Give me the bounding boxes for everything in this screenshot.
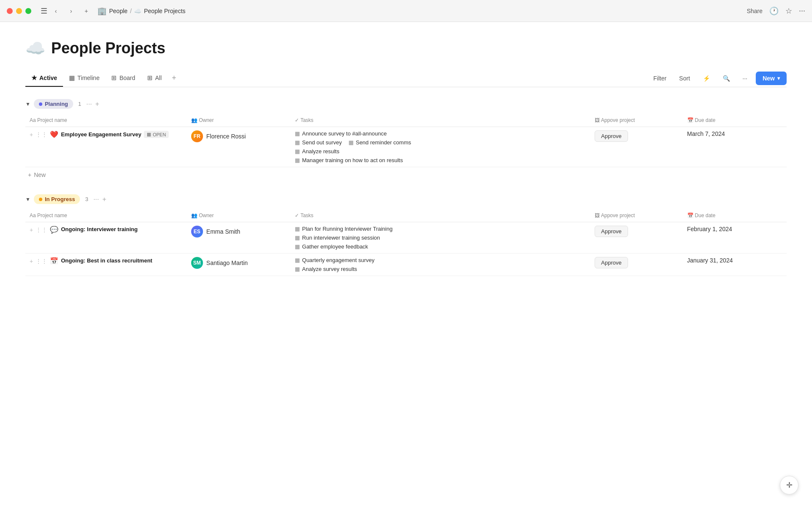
project-name-cell: + ⋮⋮ ❤️ Employee Engagement Survey ▦ OPE…: [25, 127, 187, 167]
inprogress-add-icon[interactable]: +: [102, 196, 106, 203]
task-icon: ▦: [295, 226, 300, 232]
add-button[interactable]: +: [80, 5, 92, 17]
col-header-project-name-2: Aa Project name: [25, 209, 187, 222]
titlebar: ☰ ‹ › + 🏢 People / ☁️ People Projects Sh…: [0, 0, 812, 22]
project-emoji: ❤️: [50, 130, 58, 138]
breadcrumb-separator: /: [130, 8, 132, 14]
inprogress-dot: [39, 198, 42, 201]
task-icon: ▦: [295, 148, 300, 155]
task-icon: ▦: [295, 157, 300, 163]
star-icon[interactable]: ☆: [785, 6, 792, 16]
minimize-button[interactable]: [16, 8, 22, 14]
planning-new-row[interactable]: + New: [25, 167, 787, 182]
approve-button-ip2[interactable]: Approve: [595, 257, 628, 268]
project-name-ip1[interactable]: Ongoing: Interviewer training: [61, 226, 137, 233]
owner-icon: 👥: [191, 117, 198, 123]
breadcrumb-parent[interactable]: People: [109, 8, 128, 14]
tab-active[interactable]: ★ Active: [25, 70, 63, 87]
toolbar-right: Filter Sort ⚡ 🔍 ··· New ▾: [649, 72, 787, 85]
task-icon: ▦: [295, 139, 300, 146]
task-label: Gather employee feedback: [302, 243, 368, 250]
new-row-plus-icon: +: [28, 171, 31, 178]
task-label: Send out survey: [302, 139, 342, 146]
owner-icon-2: 👥: [191, 213, 199, 218]
task-label: Analyze results: [302, 148, 339, 155]
close-button[interactable]: [7, 8, 13, 14]
maximize-button[interactable]: [25, 8, 31, 14]
filter-button[interactable]: Filter: [649, 72, 671, 84]
due-date-cell: March 7, 2024: [683, 127, 787, 167]
row-drag-icon-ip2[interactable]: ⋮⋮: [36, 258, 47, 265]
inprogress-table: Aa Project name 👥 Owner ✓ Tasks 🖼 Appove…: [25, 209, 787, 276]
approve-icon-2: 🖼: [595, 213, 601, 218]
approve-icon: 🖼: [595, 117, 600, 123]
approve-button-ip1[interactable]: Approve: [595, 226, 628, 237]
col-due-label: Due date: [695, 117, 716, 123]
tab-all[interactable]: ⊞ All: [141, 70, 168, 87]
back-button[interactable]: ‹: [50, 5, 62, 17]
col-owner-label-2: Owner: [199, 213, 214, 218]
tab-board[interactable]: ⊞ Board: [105, 70, 141, 87]
history-icon[interactable]: 🕐: [769, 6, 779, 16]
row-drag-icon-ip1[interactable]: ⋮⋮: [36, 226, 47, 233]
avatar-initials-ip2: SM: [193, 260, 201, 266]
calendar-icon: 📅: [687, 117, 694, 123]
table-row: + ⋮⋮ ❤️ Employee Engagement Survey ▦ OPE…: [25, 127, 787, 167]
more-options-icon[interactable]: ···: [799, 6, 805, 15]
col-project-name-label-2: Project name: [37, 213, 67, 218]
forward-button[interactable]: ›: [65, 5, 77, 17]
fab-button[interactable]: ✛: [780, 476, 798, 494]
planning-label-text: Planning: [45, 101, 68, 107]
planning-add-icon[interactable]: +: [95, 100, 99, 108]
project-name-ip2[interactable]: Ongoing: Best in class recruitment: [61, 257, 152, 265]
row-add-icon-ip1[interactable]: +: [30, 226, 33, 233]
project-name-text[interactable]: Employee Engagement Survey: [61, 131, 141, 138]
col-header-due-2: 📅 Due date: [683, 209, 787, 222]
row-drag-icon[interactable]: ⋮⋮: [36, 131, 47, 138]
tasks-cell: ▦ Announce survey to #all-announce ▦ Sen…: [291, 127, 590, 167]
breadcrumb-parent-icon: 🏢: [97, 6, 107, 16]
task-label: Manager training on how to act on result…: [302, 157, 403, 163]
planning-collapse-arrow[interactable]: ▼: [25, 101, 30, 107]
project-emoji-ip2: 📅: [50, 257, 58, 265]
approve-button[interactable]: Approve: [595, 130, 628, 142]
more-icon[interactable]: ···: [738, 72, 752, 84]
col-header-project-name: Aa Project name: [25, 114, 187, 127]
task-item: ▦ Analyze results: [295, 148, 586, 155]
task-item: ▦ Plan for Running Interviewer Training: [295, 226, 586, 232]
sort-button[interactable]: Sort: [675, 72, 694, 84]
table-row: + ⋮⋮ 📅 Ongoing: Best in class recruitmen…: [25, 254, 787, 276]
col-approve-label: Appove project: [601, 117, 635, 123]
col-tasks-label-2: Tasks: [300, 213, 313, 218]
task-label: Analyze survey results: [302, 266, 357, 272]
col-header-owner: 👥 Owner: [187, 114, 291, 127]
due-date-cell-ip1: February 1, 2024: [683, 222, 787, 254]
project-name-cell-ip2: + ⋮⋮ 📅 Ongoing: Best in class recruitmen…: [25, 254, 187, 276]
task-label: Plan for Running Interviewer Training: [302, 226, 392, 232]
row-add-icon-ip2[interactable]: +: [30, 258, 33, 265]
planning-more-icon[interactable]: ···: [86, 100, 92, 108]
lightning-icon[interactable]: ⚡: [699, 72, 714, 84]
tasks-cell-ip2: ▦ Quarterly engagement survey ▦ Analyze …: [291, 254, 590, 276]
task-label: Run interviewer training session: [302, 235, 380, 241]
col-header-due: 📅 Due date: [683, 114, 787, 127]
new-button[interactable]: New ▾: [756, 72, 787, 85]
text-icon-2: Aa: [30, 213, 37, 218]
search-icon[interactable]: 🔍: [719, 72, 734, 84]
share-button[interactable]: Share: [747, 8, 763, 14]
tab-timeline[interactable]: ▦ Timeline: [63, 70, 105, 87]
planning-section-header: ▼ Planning 1 ··· +: [25, 99, 787, 109]
nav-buttons: ‹ › +: [50, 5, 92, 17]
due-date-ip2: January 31, 2024: [687, 257, 733, 264]
due-date-ip1: February 1, 2024: [687, 226, 732, 232]
task-icon: ▦: [295, 266, 300, 272]
inprogress-collapse-arrow[interactable]: ▼: [25, 196, 30, 202]
planning-dot: [39, 102, 42, 106]
inprogress-more-icon[interactable]: ···: [93, 196, 99, 203]
avatar-ip1: ES: [191, 226, 203, 237]
planning-table: Aa Project name 👥 Owner ✓ Tasks 🖼 Appove…: [25, 114, 787, 167]
row-add-icon[interactable]: +: [30, 131, 33, 138]
add-view-button[interactable]: +: [167, 69, 181, 87]
tasks-icon: ✓: [295, 117, 299, 123]
sidebar-toggle[interactable]: ☰: [38, 5, 50, 17]
